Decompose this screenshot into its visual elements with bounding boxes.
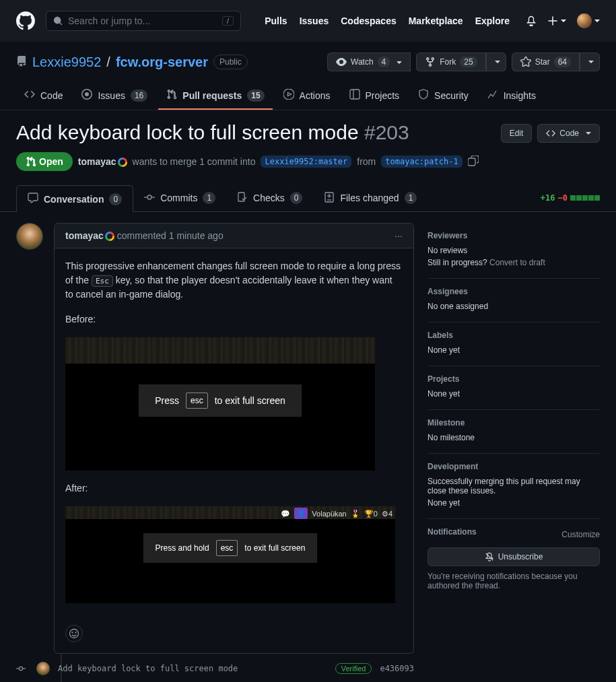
search-icon: [53, 16, 63, 26]
user-avatar: [577, 13, 592, 28]
search-input[interactable]: [68, 15, 217, 26]
create-new-icon[interactable]: [547, 15, 566, 26]
edit-button[interactable]: Edit: [501, 124, 533, 143]
repo-icon: [16, 55, 27, 70]
google-badge-icon: [105, 232, 114, 241]
code-icon: [24, 89, 35, 102]
issue-icon: [81, 89, 92, 102]
svg-point-10: [70, 629, 79, 638]
shield-icon: [418, 89, 429, 102]
screenshot-before[interactable]: Press esc to exit full screen: [65, 337, 375, 471]
star-dropdown[interactable]: [580, 53, 600, 71]
head-branch[interactable]: tomayac:patch-1: [381, 156, 462, 168]
comment-author-link[interactable]: tomayac: [65, 230, 104, 241]
slash-key-hint: /: [222, 16, 234, 26]
pulls-count: 15: [247, 90, 264, 102]
repo-name-link[interactable]: fcw.org-server: [116, 55, 208, 70]
comment-paragraph: This progressive enhancement changes ful…: [65, 259, 403, 302]
inner-tab-commits[interactable]: Commits1: [133, 184, 226, 211]
comment-menu-icon[interactable]: ···: [395, 230, 403, 241]
nav-pulls[interactable]: Pulls: [265, 15, 287, 26]
issues-count: 16: [131, 90, 147, 102]
convert-to-draft-link[interactable]: Convert to draft: [489, 258, 545, 267]
screenshot-after[interactable]: 💬 👤 Volapükan 🎖️ 🏆0 ⚙4 Press and hold: [65, 506, 395, 603]
comment-author-avatar[interactable]: [16, 223, 43, 250]
commit-message[interactable]: Add keyboard lock to full screen mode: [58, 664, 327, 673]
fork-icon: [425, 57, 436, 67]
sidebar-labels[interactable]: Labels None yet: [427, 322, 600, 366]
sidebar-notifications: Notifications Customize Unsubscribe You'…: [427, 519, 600, 601]
diffstat: +16 −0: [541, 193, 600, 203]
commit-node-icon: [16, 664, 26, 673]
svg-rect-0: [350, 90, 360, 99]
star-icon: [520, 57, 531, 67]
notifications-icon[interactable]: [526, 15, 537, 26]
tab-security[interactable]: Security: [410, 82, 477, 110]
game-topbar: 💬 👤 Volapükan 🎖️ 🏆0 ⚙4: [281, 508, 392, 519]
fork-button[interactable]: Fork 25: [416, 53, 485, 71]
svg-point-2: [147, 195, 151, 199]
play-icon: [283, 89, 294, 102]
tab-issues[interactable]: Issues16: [73, 82, 156, 110]
pr-icon: [166, 89, 177, 102]
copy-branch-icon[interactable]: [468, 156, 479, 168]
inner-tab-files[interactable]: Files changed1: [313, 184, 427, 211]
nav-codespaces[interactable]: Codespaces: [341, 15, 396, 26]
sidebar-assignees[interactable]: Assignees No one assigned: [427, 279, 600, 322]
repo-path-separator: /: [106, 55, 110, 70]
svg-line-16: [485, 553, 493, 561]
checklist-icon: [237, 192, 248, 205]
before-label: Before:: [65, 312, 403, 327]
sidebar-reviewers[interactable]: Reviewers No reviews Still in progress? …: [427, 223, 600, 279]
svg-point-11: [72, 632, 73, 633]
repo-owner-link[interactable]: Lexxie9952: [32, 55, 101, 70]
tab-pulls[interactable]: Pull requests15: [158, 82, 272, 110]
inner-tab-checks[interactable]: Checks0: [226, 184, 313, 211]
sidebar-projects[interactable]: Projects None yet: [427, 366, 600, 410]
pr-number: #203: [364, 121, 409, 143]
fork-count: 25: [460, 57, 477, 67]
visibility-badge: Public: [213, 55, 248, 69]
base-branch[interactable]: Lexxie9952:master: [261, 156, 351, 168]
user-menu[interactable]: [577, 13, 600, 28]
eye-icon: [336, 57, 347, 67]
smiley-icon: [69, 628, 79, 639]
bell-slash-icon: [485, 552, 494, 561]
svg-point-12: [75, 632, 76, 633]
project-icon: [349, 89, 360, 102]
nav-marketplace[interactable]: Marketplace: [409, 15, 463, 26]
tab-projects[interactable]: Projects: [341, 82, 408, 110]
global-search[interactable]: /: [46, 11, 241, 31]
chevron-down-icon: [394, 57, 402, 67]
code-button[interactable]: Code: [537, 124, 600, 143]
after-label: After:: [65, 481, 403, 496]
nav-issues[interactable]: Issues: [300, 15, 329, 26]
tab-code[interactable]: Code: [16, 82, 71, 110]
add-reaction-button[interactable]: [65, 625, 83, 642]
pr-author-link[interactable]: tomayac: [78, 156, 116, 167]
watch-count: 4: [378, 57, 390, 67]
commit-author-avatar[interactable]: [36, 662, 50, 675]
pr-state-badge: Open: [16, 152, 73, 171]
tab-actions[interactable]: Actions: [275, 82, 339, 110]
code-icon: [546, 129, 555, 138]
tab-insights[interactable]: Insights: [479, 82, 544, 110]
inner-tab-conversation[interactable]: Conversation0: [16, 185, 133, 212]
nav-explore[interactable]: Explore: [475, 15, 510, 26]
github-logo[interactable]: [16, 11, 35, 30]
fullscreen-message-after: Press and hold esc to exit full screen: [143, 533, 318, 563]
fork-dropdown[interactable]: [486, 53, 506, 71]
comment-timestamp[interactable]: 1 minute ago: [169, 230, 224, 241]
customize-link[interactable]: Customize: [561, 530, 600, 539]
star-count: 64: [554, 57, 571, 67]
unsubscribe-button[interactable]: Unsubscribe: [427, 547, 600, 566]
verified-badge[interactable]: Verified: [335, 663, 372, 674]
comment-icon: [28, 193, 38, 205]
star-button[interactable]: Star 64: [512, 53, 580, 71]
fullscreen-message-before: Press esc to exit full screen: [139, 384, 302, 417]
sidebar-development[interactable]: Development Successfully merging this pu…: [427, 454, 600, 519]
commit-sha[interactable]: e436093: [380, 664, 414, 673]
pr-meta-text: wants to merge 1 commit into: [133, 156, 256, 167]
watch-button[interactable]: Watch 4: [327, 53, 411, 71]
sidebar-milestone[interactable]: Milestone No milestone: [427, 410, 600, 454]
